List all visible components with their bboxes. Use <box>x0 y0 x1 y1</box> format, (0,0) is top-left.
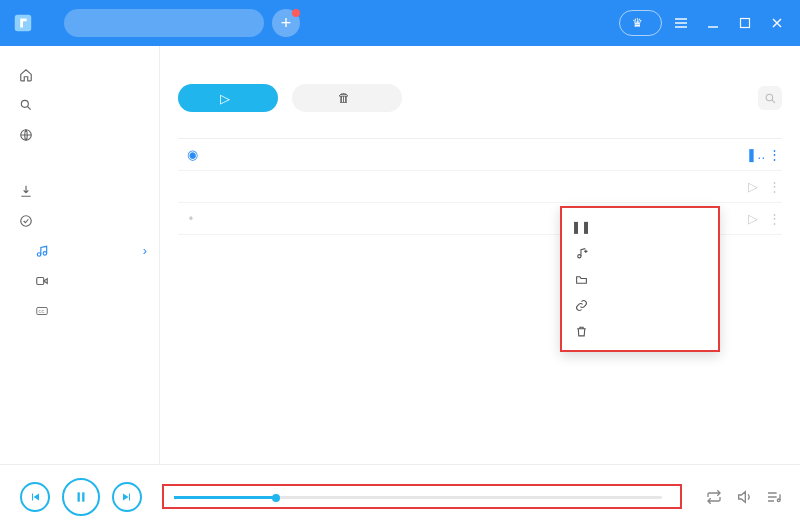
sidebar-item-downloaded[interactable] <box>0 206 159 236</box>
row-more-button[interactable]: ⋮ <box>764 203 782 235</box>
col-date <box>612 126 742 139</box>
track-duration <box>472 203 542 235</box>
sidebar-item-search[interactable] <box>0 90 159 120</box>
row-pause-button[interactable]: ❚❚ <box>742 139 764 171</box>
maximize-button[interactable] <box>732 10 758 36</box>
search-icon <box>18 98 34 112</box>
sidebar-item-sites[interactable] <box>0 120 159 150</box>
cc-icon: CC <box>34 304 50 318</box>
sidebar-sub-subtitles[interactable]: CC <box>0 296 159 326</box>
ctx-delete[interactable] <box>562 318 718 344</box>
volume-button[interactable] <box>732 485 756 509</box>
upgrade-button[interactable]: ♛ <box>619 10 662 36</box>
titlebar: + ♛ <box>0 0 800 46</box>
row-play-button[interactable]: ▷ <box>742 203 764 235</box>
track-date <box>612 171 742 203</box>
globe-icon <box>18 128 34 142</box>
sidebar-item-downloading[interactable] <box>0 176 159 206</box>
row-more-button[interactable]: ⋮ <box>764 171 782 203</box>
svg-rect-12 <box>78 492 80 501</box>
playing-indicator-icon: ◉ <box>187 148 198 162</box>
link-icon <box>574 299 588 312</box>
prev-button[interactable] <box>20 482 50 512</box>
track-date <box>612 139 742 171</box>
local-search-button[interactable] <box>758 86 782 110</box>
play-pause-button[interactable] <box>62 478 100 516</box>
sidebar-section-library <box>0 150 159 176</box>
video-icon <box>34 274 50 288</box>
col-duration <box>472 126 542 139</box>
playlist-add-icon <box>574 247 588 260</box>
col-name <box>206 126 472 139</box>
svg-point-10 <box>766 94 773 101</box>
sidebar: CC <box>0 46 160 464</box>
col-size <box>542 126 612 139</box>
loop-button[interactable] <box>702 485 726 509</box>
now-playing <box>162 484 682 509</box>
play-all-button[interactable]: ▷ <box>178 84 278 112</box>
delete-all-button[interactable]: 🗑 <box>292 84 402 112</box>
track-name <box>206 171 472 203</box>
table-row[interactable]: ▷ ⋮ <box>178 171 782 203</box>
ctx-open-location[interactable] <box>562 266 718 292</box>
minimize-button[interactable] <box>700 10 726 36</box>
url-search-input[interactable] <box>76 16 252 30</box>
download-icon <box>18 184 34 198</box>
table-row[interactable]: ◉ ❚❚ ⋮ <box>178 139 782 171</box>
saved-folder-line <box>774 60 782 72</box>
track-duration <box>472 139 542 171</box>
playlist-button[interactable] <box>762 485 786 509</box>
url-search[interactable] <box>64 9 264 37</box>
check-circle-icon <box>18 214 34 228</box>
play-icon: ▷ <box>220 91 230 106</box>
svg-rect-1 <box>741 19 750 28</box>
svg-rect-13 <box>82 492 84 501</box>
app-logo <box>10 10 36 36</box>
svg-point-2 <box>21 100 28 107</box>
track-name <box>206 203 472 235</box>
context-menu: ❚❚ <box>560 206 720 352</box>
home-icon <box>18 68 34 82</box>
track-duration <box>472 171 542 203</box>
ctx-view-source[interactable] <box>562 292 718 318</box>
trash-icon <box>574 325 588 338</box>
notification-dot-icon <box>292 9 300 17</box>
main: ▷ 🗑 <box>160 46 800 464</box>
add-url-button[interactable]: + <box>272 9 300 37</box>
track-index <box>178 171 206 203</box>
svg-text:CC: CC <box>39 309 45 314</box>
player-bar <box>0 464 800 528</box>
menu-button[interactable] <box>668 10 694 36</box>
track-size <box>542 171 612 203</box>
sidebar-sub-video[interactable] <box>0 266 159 296</box>
close-button[interactable] <box>764 10 790 36</box>
ctx-pause[interactable]: ❚❚ <box>562 214 718 240</box>
next-button[interactable] <box>112 482 142 512</box>
music-icon <box>34 244 50 258</box>
folder-icon <box>574 273 588 286</box>
row-play-button[interactable]: ▷ <box>742 171 764 203</box>
row-more-button[interactable]: ⋮ <box>764 139 782 171</box>
ctx-add-playlist[interactable] <box>562 240 718 266</box>
seek-bar[interactable] <box>174 496 662 499</box>
svg-point-4 <box>21 216 32 227</box>
track-name <box>206 139 472 171</box>
track-size <box>542 139 612 171</box>
pause-icon: ❚❚ <box>574 220 588 234</box>
trash-icon: 🗑 <box>338 91 351 105</box>
sidebar-sub-music[interactable] <box>0 236 159 266</box>
crown-icon: ♛ <box>632 16 643 30</box>
sidebar-item-home[interactable] <box>0 60 159 90</box>
plus-icon: + <box>281 14 292 32</box>
